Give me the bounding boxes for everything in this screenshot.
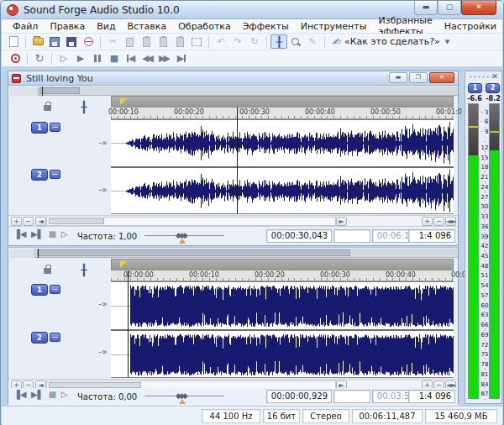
doc1-time-ruler[interactable]: 00:00:1000:00:2000:00:3000:00:4000:00:50… — [111, 108, 454, 119]
doc1-waveform-channel2[interactable] — [111, 168, 454, 214]
go-to-end-button[interactable]: ▶ — [173, 51, 190, 66]
menu-item-3[interactable]: Вставка — [122, 20, 173, 33]
maximize-button[interactable]: ▢ — [438, 1, 461, 15]
doc2-hscroll-thumb[interactable] — [49, 382, 141, 388]
doc1-zoom-in-button[interactable]: + — [11, 217, 22, 226]
menu-item-2[interactable]: Вид — [91, 20, 121, 33]
menu-item-4[interactable]: Обработка — [172, 20, 236, 33]
menu-item-8[interactable]: Настройки — [438, 20, 502, 33]
menu-item-1[interactable]: Правка — [44, 20, 91, 33]
doc1-scroll-left-button[interactable]: ◄ — [35, 217, 46, 226]
repeat-icon[interactable]: ↻ — [246, 34, 263, 49]
copy-icon[interactable] — [121, 34, 138, 49]
doc1-minimize-button[interactable]: ▬ — [389, 72, 407, 83]
doc2-marker-bar[interactable] — [111, 259, 454, 270]
doc1-channel2-button[interactable]: 2 — [31, 169, 48, 181]
doc2-marker-flag[interactable] — [120, 261, 127, 268]
doc2-time-ruler[interactable]: 00:00:0000:00:1000:00:2000:00:3000:00:40… — [111, 270, 454, 281]
doc2-waveform-channel1[interactable] — [111, 282, 454, 329]
magnify-tool-icon[interactable] — [287, 34, 304, 49]
doc2-overview-thumb[interactable] — [37, 249, 350, 256]
doc2-channel1-button[interactable]: 1 — [31, 284, 48, 296]
paste-icon[interactable] — [138, 34, 155, 49]
rewind-button[interactable]: ◀◀ — [139, 51, 156, 66]
doc1-vzoom-out-button[interactable]: − — [433, 217, 444, 226]
doc1-scroll-right-button[interactable]: ► — [336, 217, 347, 226]
lock-icon[interactable] — [44, 105, 51, 111]
doc1-position-field[interactable]: 00:00:30,043 — [266, 229, 332, 243]
doc1-stop-icon[interactable]: ■ — [49, 229, 56, 239]
meter-peak-line — [490, 131, 499, 133]
doc1-overview-bar[interactable] — [39, 87, 458, 96]
doc1-edit-tool-icon[interactable]: ╂ — [81, 102, 87, 113]
doc1-marker-flag[interactable] — [120, 98, 127, 105]
doc2-channel2-collapse-button[interactable]: − — [50, 333, 60, 342]
doc1-hscroll-thumb[interactable] — [49, 218, 104, 224]
doc2-waveform-channel2[interactable] — [111, 331, 454, 378]
menu-item-0[interactable]: Файл — [7, 20, 44, 33]
play-button[interactable]: ▶ — [72, 51, 89, 66]
doc1-titlebar[interactable]: Still loving You ▬ ❐ ✕ — [8, 71, 458, 86]
save-as-icon[interactable] — [63, 34, 80, 49]
record-button[interactable] — [7, 51, 24, 66]
publish-icon[interactable] — [80, 34, 97, 49]
doc1-channel1-button[interactable]: 1 — [31, 122, 48, 134]
doc2-waveform-area[interactable] — [111, 281, 454, 377]
doc2-go-start-icon[interactable]: ▐◀ — [13, 390, 26, 399]
paste-special-icon[interactable] — [155, 34, 171, 49]
cut-icon[interactable]: ✂ — [104, 34, 121, 49]
pause-button[interactable] — [89, 51, 106, 66]
loop-playback-button[interactable]: ↻ — [31, 51, 48, 66]
doc2-stop-icon[interactable]: ■ — [49, 390, 56, 399]
doc1-go-end-icon[interactable]: ▶▌ — [31, 229, 44, 239]
meter-bar-2[interactable] — [489, 103, 500, 399]
doc1-channel2-collapse-button[interactable]: − — [50, 170, 60, 179]
menu-item-6[interactable]: Инструменты — [295, 20, 373, 33]
doc1-close-button[interactable]: ✕ — [429, 72, 454, 83]
trim-icon[interactable] — [188, 34, 205, 49]
lock-icon[interactable] — [44, 268, 51, 274]
meters-close-icon[interactable]: ✕ — [491, 72, 498, 81]
doc1-go-start-icon[interactable]: ▐◀ — [13, 229, 26, 239]
open-icon[interactable] — [29, 34, 46, 49]
doc2-edit-tool-icon[interactable]: ╂ — [81, 265, 87, 275]
undo-icon[interactable]: ↶ — [213, 34, 229, 49]
close-button[interactable]: ✕ — [461, 1, 496, 15]
doc2-selection-field[interactable] — [333, 390, 370, 403]
doc1-overview-thumb[interactable] — [39, 87, 80, 94]
doc1-channel1-collapse-button[interactable]: − — [50, 123, 60, 132]
how-to-dropdown[interactable]: ✍ «Как это сделать?» ▼ — [332, 36, 449, 48]
doc1-fit-button[interactable]: ◄► — [445, 217, 456, 226]
doc2-go-end-icon[interactable]: ▶▌ — [31, 390, 44, 399]
doc2-play-icon[interactable]: ▷ — [61, 390, 68, 399]
save-icon[interactable] — [46, 34, 63, 49]
doc1-marker-bar[interactable] — [111, 96, 454, 108]
doc2-channel2-button[interactable]: 2 — [31, 332, 48, 344]
new-file-icon[interactable] — [5, 34, 22, 49]
meters-drag-grip[interactable]: •••••• — [469, 74, 495, 81]
meter-channel1-button[interactable]: 1 — [468, 83, 482, 93]
edit-tool-icon[interactable]: ╂ — [270, 34, 287, 49]
pencil-tool-icon[interactable]: ✎ — [304, 34, 321, 49]
doc1-waveform-area[interactable] — [111, 119, 454, 213]
redo-icon[interactable]: ↷ — [229, 34, 246, 49]
doc2-overview-bar[interactable] — [35, 249, 458, 258]
menu-item-5[interactable]: Эффекты — [237, 20, 295, 33]
forward-button[interactable]: ▶▶ — [156, 51, 173, 66]
go-to-start-button[interactable]: ◀ — [123, 51, 139, 66]
minimize-button[interactable]: ▬ — [414, 1, 438, 15]
doc1-selection-field[interactable] — [333, 229, 370, 243]
doc1-restore-button[interactable]: ❐ — [409, 72, 428, 83]
doc2-channel1-collapse-button[interactable]: − — [50, 285, 60, 294]
doc1-waveform-channel1[interactable] — [111, 120, 454, 166]
meter-bar-1[interactable] — [468, 103, 479, 399]
doc1-vzoom-in-button[interactable]: + — [422, 217, 433, 226]
doc1-hscrollbar[interactable] — [46, 217, 336, 226]
doc2-position-field[interactable]: 00:00:00,929 — [266, 390, 332, 403]
paste-to-new-icon[interactable] — [171, 34, 188, 49]
doc1-zoom-out-button[interactable]: − — [23, 217, 34, 226]
play-all-button[interactable]: ▷ — [55, 51, 72, 66]
doc1-play-icon[interactable]: ▷ — [61, 229, 68, 239]
meter-channel2-button[interactable]: 2 — [486, 83, 500, 93]
stop-button[interactable]: ■ — [106, 51, 123, 66]
